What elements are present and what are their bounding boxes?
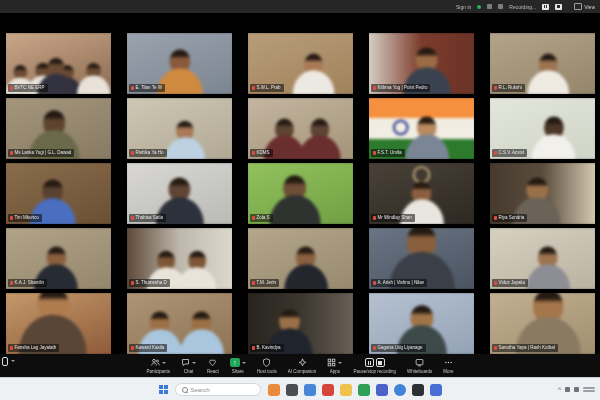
- taskbar-app-widgets[interactable]: [268, 384, 280, 396]
- apps-caret-icon[interactable]: [338, 362, 342, 366]
- participant-tile[interactable]: Fansha Lag Jayalath: [6, 293, 111, 354]
- toolbar-react-button[interactable]: React: [207, 358, 219, 374]
- participant-tile[interactable]: Gagana Udg Liyanage: [369, 293, 474, 354]
- toolbar-participants-label: Participants: [147, 369, 171, 374]
- stop-recording-button[interactable]: [555, 4, 562, 10]
- participant-name: T.M. Jerin: [257, 280, 277, 286]
- person-silhouette: [526, 247, 570, 289]
- muted-mic-icon: [131, 281, 134, 285]
- participant-name-label: T.M. Jerin: [250, 279, 280, 287]
- participant-tile[interactable]: S.W.L. Prab: [248, 33, 353, 94]
- taskbar-app-edge[interactable]: [394, 384, 406, 396]
- participants-icon: [151, 358, 166, 368]
- participant-tile[interactable]: KDMS: [248, 98, 353, 159]
- start-button[interactable]: [159, 385, 168, 394]
- taskbar-app-file-explorer[interactable]: [340, 384, 352, 396]
- participant-tile[interactable]: Riya Sondria: [490, 163, 595, 224]
- audio-button[interactable]: [2, 357, 15, 366]
- muted-mic-icon: [494, 216, 497, 220]
- participants-caret-icon[interactable]: [162, 362, 166, 366]
- toolbar-chat-button[interactable]: Chat: [181, 358, 196, 374]
- participant-tile[interactable]: K.A.J. Shamlin: [6, 228, 111, 289]
- taskbar-app-teams-chat[interactable]: [430, 384, 442, 396]
- share-caret-icon[interactable]: [242, 362, 246, 366]
- participant-tile[interactable]: Zola S: [248, 163, 353, 224]
- chat-caret-icon[interactable]: [192, 362, 196, 366]
- participant-tile[interactable]: Viduz Jayako: [490, 228, 595, 289]
- toolbar-more-button[interactable]: More: [443, 358, 453, 374]
- participant-tile[interactable]: Thabisa Satla: [127, 163, 232, 224]
- toolbar-record-controls-label: Pause/stop recording: [353, 369, 396, 374]
- muted-mic-icon: [252, 151, 255, 155]
- ai-companion-icon: [298, 358, 307, 368]
- taskbar-clock[interactable]: [583, 387, 595, 392]
- taskbar-app-mail[interactable]: [304, 384, 316, 396]
- person-silhouette: [165, 121, 204, 159]
- participant-tile[interactable]: S. Thumesha D: [127, 228, 232, 289]
- participant-name-label: K.A.J. Shamlin: [8, 279, 48, 287]
- system-tray[interactable]: ^: [558, 378, 595, 400]
- participant-tile[interactable]: Tim Mkurico: [6, 163, 111, 224]
- participant-tile[interactable]: Sanutha Yapa | Rash Kothal: [490, 293, 595, 354]
- taskbar-app-teams[interactable]: [376, 384, 388, 396]
- participant-tile[interactable]: R.L. Rukshi: [490, 33, 595, 94]
- volume-icon[interactable]: [574, 387, 579, 392]
- participant-name: Riya Sondria: [499, 215, 525, 221]
- muted-mic-icon: [131, 216, 134, 220]
- taskbar-app-acrobat[interactable]: [322, 384, 334, 396]
- participant-tile[interactable]: T.M. Jerin: [248, 228, 353, 289]
- participant-tile[interactable]: Mr Windlay Shan: [369, 163, 474, 224]
- toolbar-share-button[interactable]: ↑Share: [230, 358, 246, 374]
- toolbar-ai-companion-button[interactable]: AI Companion: [288, 358, 317, 374]
- participant-tile[interactable]: Ms Lanka Yogi | G.L. Dawad: [6, 98, 111, 159]
- toolbar-apps-button[interactable]: Apps: [327, 358, 342, 374]
- toolbar-apps-label: Apps: [330, 369, 340, 374]
- participant-name: E. Tilan Te W: [136, 85, 162, 91]
- participant-tile[interactable]: Kithma Yog | Point Pedro: [369, 33, 474, 94]
- participant-name-label: Kaward Kasila: [129, 344, 168, 352]
- participant-tile[interactable]: Rishika Ya Ho: [127, 98, 232, 159]
- participant-tile[interactable]: E. Tilan Te W: [127, 33, 232, 94]
- share-icon: ↑: [230, 358, 246, 368]
- person-silhouette: [531, 117, 575, 159]
- participant-name: K.A.J. Shamlin: [15, 280, 45, 286]
- participant-tile[interactable]: F.S.T. Umila: [369, 98, 474, 159]
- sign-in-link[interactable]: Sign in: [456, 4, 471, 10]
- toolbar-participants-button[interactable]: Participants: [147, 358, 171, 374]
- muted-mic-icon: [252, 281, 255, 285]
- participant-name: Rishika Ya Ho: [136, 150, 164, 156]
- taskbar-app-files-dark[interactable]: [286, 384, 298, 396]
- view-button[interactable]: View: [574, 3, 595, 10]
- pause-recording-button[interactable]: [542, 4, 549, 10]
- participant-name: Thabisa Satla: [136, 215, 164, 221]
- taskbar-app-dev-tool[interactable]: [412, 384, 424, 396]
- person-silhouette: [292, 54, 333, 94]
- participant-tile[interactable]: BVTC NE ERP: [6, 33, 111, 94]
- audio-options-caret-icon[interactable]: [11, 360, 15, 364]
- tray-expand-icon[interactable]: ^: [558, 386, 561, 393]
- person-silhouette: [405, 117, 449, 159]
- search-placeholder: Search: [191, 387, 210, 393]
- toolbar-host-tools-label: Host tools: [257, 369, 277, 374]
- participant-tile[interactable]: C.S.V. Acstvl: [490, 98, 595, 159]
- toolbar-host-tools-button[interactable]: Host tools: [257, 358, 277, 374]
- participant-name: Gagana Udg Liyanage: [378, 345, 423, 351]
- participant-name-label: S.W.L. Prab: [250, 84, 284, 92]
- react-icon: [208, 358, 217, 368]
- muted-mic-icon: [10, 346, 13, 350]
- taskbar-app-zoom-share[interactable]: [358, 384, 370, 396]
- participant-name-label: C.S.V. Acstvl: [492, 149, 528, 157]
- muted-mic-icon: [10, 151, 13, 155]
- muted-mic-icon: [373, 86, 376, 90]
- video-grid: BVTC NE ERPE. Tilan Te WS.W.L. PrabKithm…: [5, 33, 595, 354]
- toolbar-whiteboards-button[interactable]: Whiteboards: [407, 358, 432, 374]
- participant-tile[interactable]: Kaward Kasila: [127, 293, 232, 354]
- apps-icon: [327, 358, 342, 368]
- participant-tile[interactable]: A. Arish | Vishnu | Nilav: [369, 228, 474, 289]
- participant-tile[interactable]: B. Kavindya: [248, 293, 353, 354]
- network-icon[interactable]: [565, 387, 570, 392]
- muted-mic-icon: [494, 151, 497, 155]
- toolbar-record-controls-button[interactable]: Pause/stop recording: [353, 358, 396, 374]
- muted-mic-icon: [252, 86, 255, 90]
- taskbar-search-input[interactable]: Search: [175, 383, 261, 396]
